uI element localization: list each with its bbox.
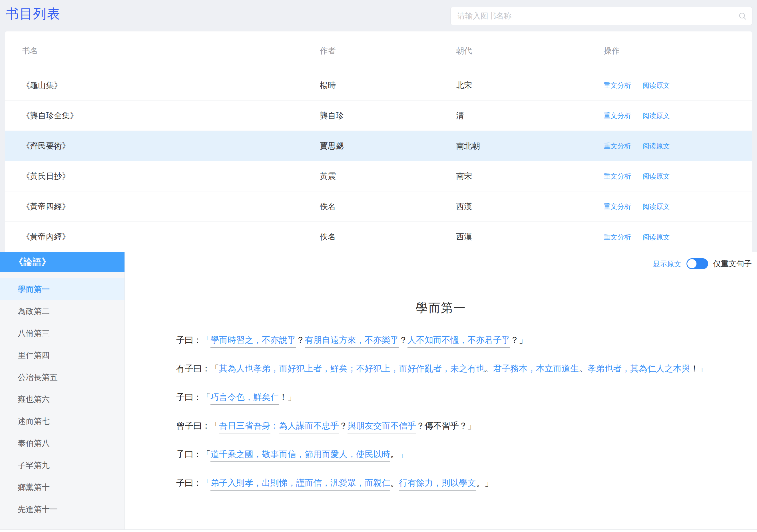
table-row[interactable]: 《黃帝內經》佚名西漢重文分析阅读原文	[5, 222, 752, 252]
chapter-item[interactable]: 為政第二	[0, 300, 125, 322]
plain-text: 子曰：「	[176, 450, 210, 459]
chapter-item[interactable]: 雍也第六	[0, 388, 125, 410]
paragraph: 子曰：「學而時習之，不亦說乎？有朋自遠方來，不亦樂乎？人不知而不慍，不亦君子乎？…	[159, 331, 711, 349]
chapter-title: 學而第一	[125, 300, 757, 316]
table-header-row: 书名作者朝代操作	[5, 31, 752, 70]
repeated-sentence[interactable]: 孝弟也者，其為仁人之本與	[588, 364, 690, 376]
repeat-only-toggle[interactable]	[686, 258, 708, 269]
repeated-sentence[interactable]: 人不知而不慍，不亦君子乎	[408, 335, 510, 348]
table-row[interactable]: 《黃帝四經》佚名西漢重文分析阅读原文	[5, 191, 752, 222]
page-title: 书目列表	[6, 5, 61, 23]
chapter-item[interactable]: 泰伯第八	[0, 432, 125, 454]
chapter-item[interactable]: 鄉黨第十	[0, 476, 125, 498]
repeat-analysis-link[interactable]: 重文分析	[604, 172, 631, 180]
repeated-sentence[interactable]: 弟子入則孝，出則悌，謹而信，汎愛眾，而親仁	[210, 478, 390, 490]
paragraph: 有子曰：「其為人也孝弟，而好犯上者，鮮矣；不好犯上，而好作亂者，未之有也。君子務…	[159, 360, 711, 378]
repeated-sentence[interactable]: 有朋自遠方來，不亦樂乎	[305, 335, 399, 348]
author-cell: 楊時	[320, 80, 456, 91]
plain-text: 子曰：「	[176, 335, 210, 345]
repeated-sentence[interactable]: 行有餘力，則以學文	[399, 478, 476, 490]
repeated-sentence[interactable]: ；	[348, 364, 356, 373]
dynasty-cell: 清	[456, 110, 604, 121]
column-header: 操作	[604, 46, 752, 56]
book-table-card: 书名作者朝代操作 《龜山集》楊時北宋重文分析阅读原文《龔自珍全集》龔自珍清重文分…	[5, 31, 752, 252]
column-header: 作者	[320, 46, 456, 56]
plain-text: ？	[416, 421, 425, 430]
upper-section: 书目列表 书名作者朝代操作 《龜山集》楊時北宋重文分析阅读原文《龔自珍全集》龔自…	[0, 0, 757, 252]
chapter-sidebar: 《論語》 學而第一為政第二八佾第三里仁第四公冶長第五雍也第六述而第七泰伯第八子罕…	[0, 252, 125, 529]
repeated-sentence[interactable]: 吾日三省吾身	[219, 421, 270, 433]
author-cell: 佚名	[320, 201, 456, 212]
book-title-cell: 《黃氏日抄》	[22, 171, 320, 182]
reader-content: 显示原文 仅重文句子 學而第一 子曰：「學而時習之，不亦說乎？有朋自遠方來，不亦…	[125, 252, 757, 529]
search-input[interactable]	[451, 7, 752, 25]
plain-text: 。」	[390, 450, 408, 459]
plain-text: ？	[399, 335, 408, 345]
repeated-sentence[interactable]: 其為人也孝弟，而好犯上者，鮮矣	[219, 364, 348, 376]
read-original-link[interactable]: 阅读原文	[643, 203, 670, 210]
book-title: 《論語》	[0, 252, 125, 272]
table-row[interactable]: 《齊民要術》賈思勰南北朝重文分析阅读原文	[5, 131, 752, 161]
book-title-cell: 《龜山集》	[22, 80, 320, 91]
repeated-sentence[interactable]: 巧言令色，鮮矣仁	[210, 392, 279, 405]
chapter-item[interactable]: 學而第一	[0, 278, 125, 300]
actions-cell: 重文分析阅读原文	[604, 172, 752, 181]
paragraph: 子曰：「道千乘之國，敬事而信，節用而愛人，使民以時。」	[159, 445, 711, 463]
chapter-item[interactable]: 公冶長第五	[0, 366, 125, 388]
table-row[interactable]: 《龔自珍全集》龔自珍清重文分析阅读原文	[5, 101, 752, 131]
read-original-link[interactable]: 阅读原文	[643, 112, 670, 119]
book-title-cell: 《龔自珍全集》	[22, 110, 320, 121]
repeated-sentence[interactable]: 道千乘之國，敬事而信，節用而愛人，使民以時	[210, 450, 390, 462]
dynasty-cell: 北宋	[456, 80, 604, 91]
plain-text: 。	[390, 478, 399, 487]
chapter-item[interactable]: 先進第十一	[0, 498, 125, 520]
book-title-cell: 《黃帝四經》	[22, 201, 320, 212]
chapter-item[interactable]: 子罕第九	[0, 454, 125, 476]
show-original-label[interactable]: 显示原文	[653, 259, 681, 268]
author-cell: 龔自珍	[320, 110, 456, 121]
reader-section: 《論語》 學而第一為政第二八佾第三里仁第四公冶長第五雍也第六述而第七泰伯第八子罕…	[0, 252, 757, 532]
author-cell: 黃震	[320, 171, 456, 182]
repeat-analysis-link[interactable]: 重文分析	[604, 142, 631, 150]
chapter-item[interactable]: 八佾第三	[0, 322, 125, 344]
search-box[interactable]	[450, 7, 752, 25]
actions-cell: 重文分析阅读原文	[604, 80, 752, 90]
repeat-analysis-link[interactable]: 重文分析	[604, 203, 631, 210]
repeated-sentence[interactable]: 為人謀而不忠乎	[279, 421, 339, 433]
paragraph: 曾子曰：「吾日三省吾身：為人謀而不忠乎？與朋友交而不信乎？傳不習乎？」	[159, 417, 711, 435]
plain-text: 曾子曰：「	[176, 421, 219, 430]
repeat-analysis-link[interactable]: 重文分析	[604, 112, 631, 119]
chapter-text: 子曰：「學而時習之，不亦說乎？有朋自遠方來，不亦樂乎？人不知而不慍，不亦君子乎？…	[159, 331, 711, 492]
table-row[interactable]: 《龜山集》楊時北宋重文分析阅读原文	[5, 70, 752, 101]
search-icon[interactable]	[739, 12, 747, 20]
chapter-list: 學而第一為政第二八佾第三里仁第四公冶長第五雍也第六述而第七泰伯第八子罕第九鄉黨第…	[0, 272, 125, 520]
plain-text: 。	[579, 364, 588, 373]
dynasty-cell: 南北朝	[456, 141, 604, 151]
toggle-knob	[687, 259, 696, 268]
table-row[interactable]: 《黃氏日抄》黃震南宋重文分析阅读原文	[5, 161, 752, 191]
paragraph: 子曰：「巧言令色，鮮矣仁！」	[159, 388, 711, 406]
plain-text: 子曰：「	[176, 392, 210, 402]
repeated-sentence[interactable]: ：	[270, 421, 279, 430]
repeat-only-label[interactable]: 仅重文句子	[713, 259, 752, 269]
repeated-sentence[interactable]: 君子務本，本立而道生	[493, 364, 579, 376]
author-cell: 佚名	[320, 232, 456, 242]
repeat-analysis-link[interactable]: 重文分析	[604, 81, 631, 89]
plain-text: ？」	[510, 335, 528, 345]
repeated-sentence[interactable]: 不好犯上，而好作亂者，未之有也	[356, 364, 485, 376]
plain-text: 子曰：「	[176, 478, 210, 487]
column-header: 书名	[22, 46, 320, 56]
read-original-link[interactable]: 阅读原文	[643, 172, 670, 180]
read-original-link[interactable]: 阅读原文	[643, 81, 670, 89]
repeated-sentence[interactable]: 學而時習之，不亦說乎	[210, 335, 296, 348]
actions-cell: 重文分析阅读原文	[604, 232, 752, 242]
read-original-link[interactable]: 阅读原文	[643, 142, 670, 150]
repeat-analysis-link[interactable]: 重文分析	[604, 233, 631, 241]
chapter-item[interactable]: 里仁第四	[0, 344, 125, 366]
chapter-item[interactable]: 述而第七	[0, 410, 125, 432]
dynasty-cell: 西漢	[456, 201, 604, 212]
repeated-sentence[interactable]: 與朋友交而不信乎	[348, 421, 416, 433]
column-header: 朝代	[456, 46, 604, 56]
table-body: 《龜山集》楊時北宋重文分析阅读原文《龔自珍全集》龔自珍清重文分析阅读原文《齊民要…	[5, 70, 752, 252]
read-original-link[interactable]: 阅读原文	[643, 233, 670, 241]
